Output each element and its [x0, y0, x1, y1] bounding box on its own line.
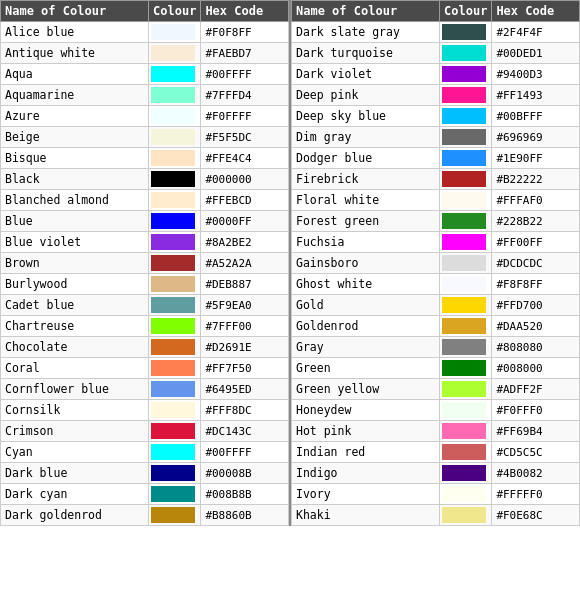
color-swatch — [442, 507, 486, 523]
color-name: Cornflower blue — [1, 379, 149, 400]
hex-code: #DC143C — [201, 421, 289, 442]
color-swatch — [151, 66, 195, 82]
table-row: Indian red#CD5C5C — [292, 442, 580, 463]
color-swatch-cell — [149, 316, 201, 337]
table-row: Forest green#228B22 — [292, 211, 580, 232]
color-swatch — [442, 213, 486, 229]
hex-code: #008B8B — [201, 484, 289, 505]
color-swatch-cell — [440, 169, 492, 190]
right-header-hex: Hex Code — [492, 1, 580, 22]
color-swatch — [442, 87, 486, 103]
hex-code: #FFE4C4 — [201, 148, 289, 169]
table-row: Brown#A52A2A — [1, 253, 289, 274]
color-name: Ivory — [292, 484, 440, 505]
table-row: Honeydew#F0FFF0 — [292, 400, 580, 421]
right-color-table: Name of Colour Colour Hex Code Dark slat… — [291, 0, 580, 526]
hex-code: #008000 — [492, 358, 580, 379]
hex-code: #228B22 — [492, 211, 580, 232]
color-swatch — [442, 444, 486, 460]
table-row: Chartreuse#7FFF00 — [1, 316, 289, 337]
hex-code: #F0FFFF — [201, 106, 289, 127]
table-row: Green#008000 — [292, 358, 580, 379]
color-swatch — [151, 276, 195, 292]
hex-code: #00BFFF — [492, 106, 580, 127]
color-swatch-cell — [149, 337, 201, 358]
color-swatch-cell — [440, 358, 492, 379]
table-row: Beige#F5F5DC — [1, 127, 289, 148]
color-swatch — [151, 234, 195, 250]
hex-code: #FF7F50 — [201, 358, 289, 379]
hex-code: #8A2BE2 — [201, 232, 289, 253]
table-row: Dodger blue#1E90FF — [292, 148, 580, 169]
color-name: Gray — [292, 337, 440, 358]
color-swatch-cell — [440, 106, 492, 127]
color-name: Floral white — [292, 190, 440, 211]
color-swatch-cell — [440, 274, 492, 295]
color-swatch-cell — [440, 463, 492, 484]
color-swatch-cell — [440, 127, 492, 148]
color-swatch-cell — [440, 400, 492, 421]
color-swatch — [442, 192, 486, 208]
color-swatch — [151, 171, 195, 187]
table-row: Hot pink#FF69B4 — [292, 421, 580, 442]
color-swatch — [151, 486, 195, 502]
table-row: Dark goldenrod#B8860B — [1, 505, 289, 526]
color-swatch-cell — [149, 211, 201, 232]
hex-code: #00DED1 — [492, 43, 580, 64]
right-header-colour: Colour — [440, 1, 492, 22]
hex-code: #DEB887 — [201, 274, 289, 295]
color-name: Indian red — [292, 442, 440, 463]
color-swatch-cell — [149, 421, 201, 442]
hex-code: #FFFAF0 — [492, 190, 580, 211]
hex-code: #FFF8DC — [201, 400, 289, 421]
color-swatch — [151, 24, 195, 40]
color-name: Aquamarine — [1, 85, 149, 106]
color-swatch — [442, 465, 486, 481]
table-row: Dark blue#00008B — [1, 463, 289, 484]
color-swatch — [442, 171, 486, 187]
color-swatch-cell — [440, 22, 492, 43]
color-swatch-cell — [149, 127, 201, 148]
table-row: Dark slate gray#2F4F4F — [292, 22, 580, 43]
color-name: Green — [292, 358, 440, 379]
color-swatch — [151, 45, 195, 61]
table-row: Dim gray#696969 — [292, 127, 580, 148]
color-swatch-cell — [440, 211, 492, 232]
table-row: Chocolate#D2691E — [1, 337, 289, 358]
color-name: Brown — [1, 253, 149, 274]
table-row: Cornsilk#FFF8DC — [1, 400, 289, 421]
color-name: Coral — [1, 358, 149, 379]
color-swatch — [442, 423, 486, 439]
color-swatch-cell — [440, 148, 492, 169]
color-swatch — [442, 318, 486, 334]
hex-code: #F8F8FF — [492, 274, 580, 295]
color-swatch — [442, 150, 486, 166]
table-row: Dark cyan#008B8B — [1, 484, 289, 505]
table-row: Black#000000 — [1, 169, 289, 190]
table-row: Burlywood#DEB887 — [1, 274, 289, 295]
color-swatch-cell — [149, 64, 201, 85]
color-name: Dark blue — [1, 463, 149, 484]
table-row: Gold#FFD700 — [292, 295, 580, 316]
table-row: Firebrick#B22222 — [292, 169, 580, 190]
table-row: Fuchsia#FF00FF — [292, 232, 580, 253]
hex-code: #DAA520 — [492, 316, 580, 337]
hex-code: #F0F8FF — [201, 22, 289, 43]
color-swatch-cell — [149, 358, 201, 379]
left-color-table: Name of Colour Colour Hex Code Alice blu… — [0, 0, 289, 526]
left-header-hex: Hex Code — [201, 1, 289, 22]
color-name: Beige — [1, 127, 149, 148]
color-swatch — [151, 360, 195, 376]
color-name: Blue violet — [1, 232, 149, 253]
color-swatch — [442, 255, 486, 271]
color-name: Chocolate — [1, 337, 149, 358]
color-swatch — [151, 213, 195, 229]
color-swatch-cell — [149, 379, 201, 400]
hex-code: #B8860B — [201, 505, 289, 526]
color-swatch — [151, 318, 195, 334]
color-name: Forest green — [292, 211, 440, 232]
color-name: Fuchsia — [292, 232, 440, 253]
color-swatch-cell — [440, 295, 492, 316]
table-row: Antique white#FAEBD7 — [1, 43, 289, 64]
color-swatch-cell — [149, 148, 201, 169]
